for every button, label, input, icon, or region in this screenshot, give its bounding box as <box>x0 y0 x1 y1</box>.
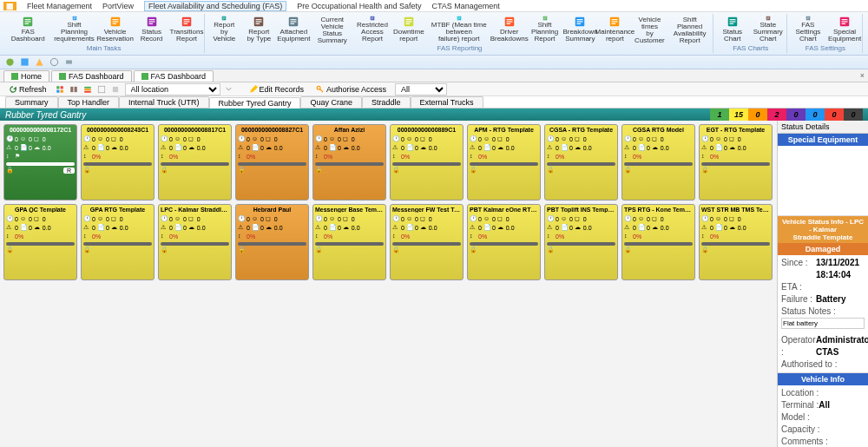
category-tabs: SummaryTop HandlerInternal Truck (UTR)Ru… <box>0 96 868 108</box>
warn-icon: ⚠ <box>701 144 708 151</box>
document-tab[interactable]: FAS Dashboard <box>51 70 132 82</box>
category-tab[interactable]: External Trucks <box>411 96 483 108</box>
category-tab[interactable]: Rubber Tyred Gantry <box>209 97 301 108</box>
vehicle-card[interactable]: EGT - RTG Template🕐0☺0◻0⚠0📄0☁0.0↕0%🔒 <box>699 124 773 200</box>
note-icon: 📄 <box>406 144 413 151</box>
category-tab[interactable]: Top Handler <box>58 96 120 108</box>
maintenance-report[interactable]: Maintenancereport <box>597 14 632 44</box>
qat-icon[interactable] <box>35 57 44 67</box>
report-by-vehicle[interactable]: Report byVehicle <box>207 14 241 44</box>
vehicle-card[interactable]: PBT Kalmar eOne RTG 2017 - St🕐0☺0◻0⚠0📄0☁… <box>467 204 541 280</box>
vehicle-times-by-customer[interactable]: Vehicle timesby Customer <box>632 14 667 44</box>
toolbar-icon[interactable] <box>69 85 78 94</box>
card-title: Messenger FW Test Template <box>392 207 461 213</box>
vehicle-card[interactable]: 0000000000008172C1🕐0☺0◻0⚠0📄0☁0.0↕⚑🔒R <box>3 124 77 200</box>
toolbar-icon[interactable] <box>56 85 64 94</box>
current-vehicle-status[interactable]: Current VehicleStatus Summary <box>311 14 353 44</box>
lock-icon: 🔒 <box>6 167 13 174</box>
vehicle-card[interactable]: Affan Azizi🕐0☺0◻0⚠0📄0☁0.0↕0%🔒 <box>312 124 386 200</box>
qat-icon[interactable] <box>5 57 15 67</box>
progress-bar <box>392 242 461 246</box>
status-notes-input[interactable] <box>781 318 865 329</box>
card-title: GPA QC Template <box>6 207 75 213</box>
filter-select[interactable]: All <box>395 83 447 95</box>
vehicle-card[interactable]: TPS RTG - Kone Template🕐0☺0◻0⚠0📄0☁0.0↕0%… <box>621 204 695 280</box>
state-summary-chart[interactable]: State SummaryChart <box>750 14 786 44</box>
vehicle-card[interactable]: Messenger Base Template🕐0☺0◻0⚠0📄0☁0.0↕0%… <box>312 204 386 280</box>
fas-dashboard[interactable]: FAS Dashboard <box>3 14 52 44</box>
document-tab[interactable]: FAS Dashboard <box>134 70 214 82</box>
menu-item[interactable]: CTAS Management <box>431 2 499 10</box>
vehicle-card[interactable]: 000000000000889C1🕐0☺0◻0⚠0📄0☁0.0↕0%🔒 <box>390 124 464 200</box>
warn-icon: ⚠ <box>701 224 708 231</box>
shift-planned-availability[interactable]: Shift PlannedAvailability Report <box>667 14 713 44</box>
qat-icon[interactable] <box>20 57 30 67</box>
status-notes-label: Status Notes : <box>781 306 836 318</box>
vehicle-card[interactable]: GPA QC Template🕐0☺0◻0⚠0📄0☁0.0↕0%🔒 <box>3 204 77 280</box>
arrows-icon: ↕ <box>6 233 13 240</box>
vehicle-card[interactable]: LPC - Kalmar Straddle Template🕐0☺0◻0⚠0📄0… <box>158 204 232 280</box>
progress-bar <box>701 162 770 166</box>
shift-planning-req[interactable]: Shift Planningrequirements <box>52 14 95 44</box>
menu-item[interactable]: Fleet Management <box>27 2 92 10</box>
qat-icon[interactable] <box>64 57 74 67</box>
vehicle-card[interactable]: CGSA RTG Model🕐0☺0◻0⚠0📄0☁0.0↕0%🔒 <box>621 124 695 200</box>
qat-icon[interactable] <box>49 57 59 67</box>
authorise-access-button[interactable]: Authorise Access <box>312 85 390 94</box>
clock-icon: 🕐 <box>470 135 477 142</box>
clock-icon: 🕐 <box>547 135 554 142</box>
box-icon: ◻ <box>266 215 273 222</box>
refresh-button[interactable]: Refresh <box>5 85 50 94</box>
vehicle-card[interactable]: CGSA - RTG Template🕐0☺0◻0⚠0📄0☁0.0↕0%🔒 <box>544 124 618 200</box>
menu-item-active[interactable]: Fleet Availability and Scheduling (FAS) <box>144 1 286 11</box>
downtime-report[interactable]: Downtimereport <box>391 14 426 44</box>
restricted-access[interactable]: RestrictedAccess Report <box>353 14 391 44</box>
toolbar-icon[interactable] <box>111 85 120 94</box>
box-icon: ◻ <box>34 135 41 142</box>
fas-settings-chart[interactable]: FAS SettingsChart <box>789 14 827 44</box>
vehicle-card[interactable]: Hebrard Paul🕐0☺0◻0⚠0📄0☁0.0↕0%🔒 <box>235 204 309 280</box>
vehicle-card[interactable]: 0000000000008817C1🕐0☺0◻0⚠0📄0☁0.0↕0%🔒 <box>158 124 232 200</box>
category-tab[interactable]: Straddle <box>362 96 411 108</box>
vehicle-card[interactable]: PBT Toplift INS Template🕐0☺0◻0⚠0📄0☁0.0↕0… <box>544 204 618 280</box>
special-equipment-header[interactable]: Special Equipment <box>778 134 868 146</box>
report-by-type[interactable]: Reportby Type <box>241 14 276 44</box>
shift-planning-report[interactable]: Shift PlanningReport <box>527 14 563 44</box>
document-tab[interactable]: Home <box>3 70 49 82</box>
special-equipment[interactable]: SpecialEquipment <box>827 14 862 44</box>
vehicle-card[interactable]: 0000000000008827C1🕐0☺0◻0⚠0📄0☁0.0↕0%🔒 <box>235 124 309 200</box>
box-icon: ◻ <box>575 215 582 222</box>
card-title: WST STR MB TMS Template <box>701 207 770 213</box>
status-chart[interactable]: StatusChart <box>715 14 750 44</box>
category-tab[interactable]: Summary <box>5 96 58 108</box>
transitions-report[interactable]: TransitionsReport <box>169 14 205 44</box>
menu-item[interactable]: PortView <box>102 2 134 10</box>
breakdown-summary[interactable]: BreakdownSummary <box>562 14 597 44</box>
close-tab-icon[interactable]: × <box>860 71 865 80</box>
authorise-label: Authorise Access <box>326 85 386 94</box>
vehicle-card[interactable]: GPA RTG Template🕐0☺0◻0⚠0📄0☁0.0↕0%🔒 <box>81 204 155 280</box>
quick-access-toolbar <box>0 56 868 69</box>
vehicle-card[interactable]: Messenger FW Test Template🕐0☺0◻0⚠0📄0☁0.0… <box>390 204 464 280</box>
vehicle-card[interactable]: APM - RTG Template🕐0☺0◻0⚠0📄0☁0.0↕0%🔒 <box>467 124 541 200</box>
mtbf[interactable]: MTBF (Mean time betweenfailure) report <box>426 14 492 44</box>
menu-item[interactable]: Pre Occupational Health and Safety <box>297 2 421 10</box>
category-tab[interactable]: Quay Crane <box>300 96 362 108</box>
vehicle-card[interactable]: 0000000000008243C1🕐0☺0◻0⚠0📄0☁0.0↕0%🔒 <box>81 124 155 200</box>
vehicle-card[interactable]: WST STR MB TMS Template🕐0☺0◻0⚠0📄0☁0.0↕0%… <box>699 204 773 280</box>
clock-icon: 🕐 <box>392 215 399 222</box>
vehicle-info-header[interactable]: Vehicle Info <box>778 373 868 385</box>
category-tab[interactable]: Internal Truck (UTR) <box>119 96 209 108</box>
edit-records-button[interactable]: Edit Records <box>246 85 308 94</box>
location-select[interactable]: All location <box>125 83 220 95</box>
status-record[interactable]: StatusRecord <box>135 14 169 44</box>
toolbar-icon[interactable] <box>83 85 92 94</box>
attached-equipment[interactable]: AttachedEquipment <box>276 14 311 44</box>
clock-icon: 🕐 <box>701 215 708 222</box>
vehicle-reservation[interactable]: VehicleReservation <box>96 14 135 44</box>
status-count: 2 <box>767 108 786 121</box>
clock-icon: 🕐 <box>315 135 322 142</box>
svg-rect-11 <box>112 23 116 24</box>
driver-breakdowns[interactable]: DriverBreakdowns <box>492 14 527 44</box>
toolbar-icon[interactable] <box>97 85 106 94</box>
